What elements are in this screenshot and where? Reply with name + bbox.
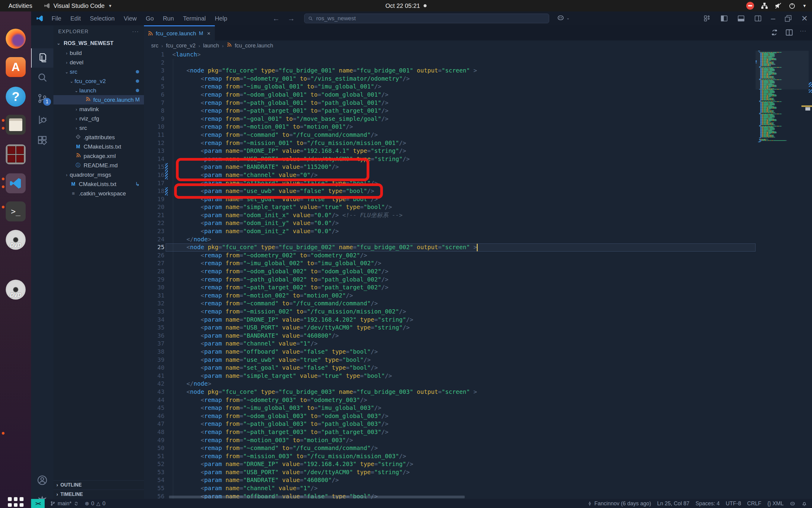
- code-line[interactable]: <remap from="~imu_global_003" to="imu_gl…: [172, 404, 477, 412]
- close-button[interactable]: ✕: [801, 14, 808, 23]
- menu-edit[interactable]: Edit: [67, 14, 84, 23]
- code-line[interactable]: <launch>: [172, 51, 477, 59]
- restore-button[interactable]: [784, 14, 792, 23]
- editor-more-actions-icon[interactable]: ···: [800, 28, 807, 37]
- code-line[interactable]: <param name="offboard" value="false" typ…: [172, 348, 477, 356]
- copilot-menu[interactable]: ⌄: [557, 14, 570, 22]
- code-line[interactable]: <remap from="~motion_001" to="motion_001…: [172, 123, 477, 131]
- outline-panel-header[interactable]: › OUTLINE: [53, 480, 144, 490]
- minimap-visible-region[interactable]: [756, 51, 809, 89]
- explorer-more-actions[interactable]: ···: [132, 29, 139, 35]
- code-line[interactable]: </node>: [172, 380, 477, 388]
- code-line[interactable]: <param name="use_uwb" value="false" type…: [172, 187, 477, 196]
- code-line[interactable]: <param name="simple_target" value="true"…: [172, 372, 477, 380]
- nav-forward-icon[interactable]: →: [288, 14, 295, 23]
- code-line[interactable]: <remap from="~command" to="/fcu_command/…: [172, 444, 477, 453]
- code-line[interactable]: <param name="BANDRATE" value="115200"/>: [172, 163, 477, 171]
- remote-indicator[interactable]: ><: [31, 499, 45, 508]
- open-changes-icon[interactable]: [770, 28, 778, 37]
- customize-layout-icon[interactable]: [703, 14, 711, 23]
- tree-item-quadrotor_msgs[interactable]: ›quadrotor_msgs: [53, 170, 144, 179]
- search-view-icon[interactable]: [31, 68, 53, 87]
- code-line[interactable]: <remap from="~path_global_001" to="path_…: [172, 99, 477, 107]
- workspace-root-folder[interactable]: ⌄ ROS_WS_NEWEST: [53, 38, 144, 48]
- code-line[interactable]: <param name="use_uwb" value="true" type=…: [172, 356, 477, 364]
- code-line[interactable]: <node pkg="fcu_core" type="fcu_bridge_00…: [172, 244, 477, 252]
- dock-item-help[interactable]: ?: [6, 87, 26, 107]
- code-line[interactable]: [172, 59, 477, 67]
- tree-item-src[interactable]: ›src: [53, 123, 144, 133]
- toggle-secondary-sidebar-icon[interactable]: [754, 14, 762, 23]
- breadcrumb-item[interactable]: fcu_core.launch: [235, 43, 273, 49]
- cursor-position-status[interactable]: Ln 25, Col 87: [654, 501, 692, 507]
- code-line[interactable]: <remap from="~path_target_001" to="path_…: [172, 107, 477, 115]
- show-applications-button[interactable]: [8, 497, 23, 508]
- breadcrumb-item[interactable]: src: [151, 43, 158, 49]
- tree-item-.catkin_workspace[interactable]: ≡.catkin_workspace: [53, 189, 144, 198]
- language-mode-status[interactable]: {} XML: [764, 501, 786, 507]
- tab-fcu-core-launch[interactable]: fcu_core.launch M ×: [144, 26, 215, 40]
- code-line[interactable]: <param name="USB_PORT" value="/dev/ttyAC…: [172, 468, 477, 477]
- code-line[interactable]: <param name="BANDRATE" value="460800"/>: [172, 332, 477, 340]
- breadcrumb[interactable]: src›fcu_core_v2›launch›fcu_core.launch: [144, 40, 812, 51]
- code-line[interactable]: <remap from="~path_global_003" to="path_…: [172, 420, 477, 428]
- tree-item-src[interactable]: ⌄src: [53, 67, 144, 76]
- code-line[interactable]: <remap from="~odom_global_003" to="odom_…: [172, 412, 477, 420]
- code-line[interactable]: <remap from="~path_global_002" to="path_…: [172, 276, 477, 284]
- code-line[interactable]: <remap from="~path_target_002" to="path_…: [172, 284, 477, 292]
- code-line[interactable]: <remap from="~odom_global_002" to="odom_…: [172, 267, 477, 276]
- code-line[interactable]: <param name="DRONE_IP" value="192.168.4.…: [172, 316, 477, 324]
- copilot-status[interactable]: [786, 501, 799, 507]
- breadcrumb-item[interactable]: launch: [203, 43, 219, 49]
- code-line[interactable]: <remap from="~motion_002" to="motion_002…: [172, 292, 477, 300]
- code-line[interactable]: <remap from="~path_target_003" to="path_…: [172, 428, 477, 436]
- tree-item-.gitattributes[interactable]: .gitattributes: [53, 133, 144, 142]
- git-branch-status[interactable]: main*: [47, 501, 82, 507]
- dock-item-files[interactable]: [6, 115, 26, 135]
- code-line[interactable]: <remap from="~mission_003" to="/fcu_miss…: [172, 453, 477, 461]
- code-line[interactable]: <param name="simple_target" value="true"…: [172, 203, 477, 211]
- code-line[interactable]: <remap from="~imu_global_001" to="imu_gl…: [172, 83, 477, 91]
- dock-item-dvd-2[interactable]: [6, 280, 26, 300]
- toggle-panel-icon[interactable]: [737, 14, 745, 23]
- tree-item-fcu_core_v2[interactable]: ⌄fcu_core_v2: [53, 76, 144, 86]
- toggle-primary-sidebar-icon[interactable]: [720, 14, 728, 23]
- clock[interactable]: Oct 22 05:21: [385, 2, 427, 9]
- app-menu[interactable]: Visual Studio Code ▼: [41, 2, 115, 9]
- minimize-button[interactable]: –: [771, 14, 775, 23]
- code-line[interactable]: <param name="offboard" value="false" typ…: [172, 179, 477, 187]
- dock-item-firefox[interactable]: [6, 29, 26, 49]
- code-line[interactable]: <param name="set_goal" value="false" typ…: [172, 196, 477, 204]
- code-line[interactable]: <param name="odom_init_z" value="0.0"/>: [172, 227, 477, 236]
- menu-help[interactable]: Help: [211, 14, 231, 23]
- code-line[interactable]: <remap from="~odometry_002" to="odometry…: [172, 252, 477, 260]
- code-line[interactable]: <remap from="~motion_003" to="motion_003…: [172, 436, 477, 444]
- code-line[interactable]: <remap from="~imu_global_002" to="imu_gl…: [172, 259, 477, 267]
- extensions-view-icon[interactable]: [31, 131, 53, 151]
- horizontal-scrollbar[interactable]: [169, 496, 465, 498]
- code-line[interactable]: <remap from="~mission_001" to="/fcu_miss…: [172, 139, 477, 147]
- source-control-view-icon[interactable]: 1: [31, 89, 53, 108]
- account-icon[interactable]: [31, 471, 53, 490]
- activities-button[interactable]: Activities: [0, 2, 41, 9]
- code-line[interactable]: <remap from="~command" to="/fcu_command/…: [172, 300, 477, 308]
- code-line[interactable]: <remap from="~goal_001" to="/move_base_s…: [172, 115, 477, 123]
- code-line[interactable]: <param name="channel" value="1"/>: [172, 484, 477, 493]
- dock-item-remote-viewer[interactable]: [6, 144, 26, 164]
- menu-view[interactable]: View: [120, 14, 140, 23]
- explorer-view-icon[interactable]: [31, 48, 54, 68]
- notifications-bell[interactable]: [799, 501, 812, 507]
- menu-run[interactable]: Run: [159, 14, 178, 23]
- minimap[interactable]: [756, 51, 809, 499]
- breadcrumb-item[interactable]: fcu_core_v2: [166, 43, 196, 49]
- code-line[interactable]: <remap from="~mission_002" to="/fcu_miss…: [172, 308, 477, 316]
- code-line[interactable]: <node pkg="fcu_core" type="fcu_bridge_00…: [172, 67, 477, 75]
- tree-item-mavlink[interactable]: ›mavlink: [53, 104, 144, 114]
- code-line[interactable]: <param name="DRONE_IP" value="192.168.4.…: [172, 147, 477, 155]
- nav-back-icon[interactable]: ←: [273, 14, 280, 23]
- menu-terminal[interactable]: Terminal: [179, 14, 209, 23]
- code-editor[interactable]: 1234567891011121314151617181920212223242…: [144, 51, 812, 499]
- code-line[interactable]: <param name="USB_PORT" value="/dev/ttyAC…: [172, 155, 477, 163]
- code-line[interactable]: <remap from="~odometry_001" to="/vins_es…: [172, 75, 477, 83]
- system-tray[interactable]: ▼: [746, 0, 807, 11]
